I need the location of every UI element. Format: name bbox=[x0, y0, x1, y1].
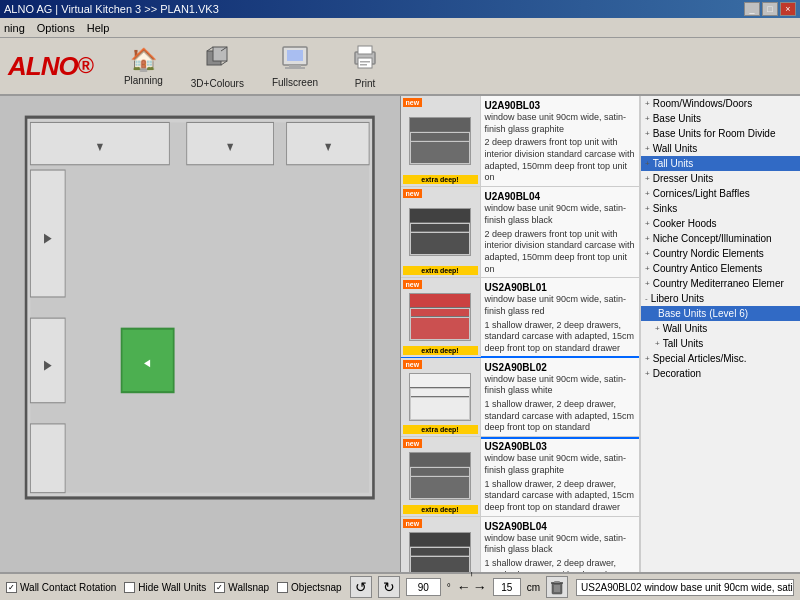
category-item[interactable]: + Country Mediterraneo Elemer bbox=[641, 276, 800, 291]
category-item[interactable]: + Country Antico Elements bbox=[641, 261, 800, 276]
wall-contact-rotation-checkbox[interactable]: ✓ bbox=[6, 582, 17, 593]
extra-deep-tag: extra deep! bbox=[403, 425, 478, 434]
category-expand-icon: + bbox=[645, 264, 650, 273]
category-item[interactable]: + Cornices/Light Baffles bbox=[641, 186, 800, 201]
category-item[interactable]: + Base Units bbox=[641, 111, 800, 126]
extra-deep-tag: extra deep! bbox=[403, 175, 478, 184]
3d-icon bbox=[203, 43, 231, 76]
delete-button[interactable] bbox=[546, 576, 568, 598]
category-item[interactable]: + Sinks bbox=[641, 201, 800, 216]
wallsnap-label: Wallsnap bbox=[228, 582, 269, 593]
category-tree[interactable]: + Room/Windows/Doors + Base Units + Base… bbox=[640, 96, 800, 572]
svg-line-2 bbox=[207, 47, 213, 51]
category-item[interactable]: + Dresser Units bbox=[641, 171, 800, 186]
logo-text: ALNO bbox=[8, 51, 78, 82]
category-item[interactable]: + Wall Units bbox=[641, 321, 800, 336]
wallsnap-checkbox[interactable]: ✓ bbox=[214, 582, 225, 593]
extra-deep-tag: extra deep! bbox=[403, 505, 478, 514]
fullscreen-button[interactable]: Fullscreen bbox=[266, 42, 324, 91]
category-label: Sinks bbox=[653, 203, 677, 214]
move-left-icon[interactable]: ← bbox=[457, 579, 471, 595]
product-desc: window base unit 90cm wide, satin-finish… bbox=[485, 533, 636, 556]
category-expand-icon: + bbox=[645, 99, 650, 108]
category-label: Niche Concept/Illumination bbox=[653, 233, 772, 244]
category-item[interactable]: + Room/Windows/Doors bbox=[641, 96, 800, 111]
category-label: Dresser Units bbox=[653, 173, 714, 184]
rotate-ccw-button[interactable]: ↺ bbox=[350, 576, 372, 598]
product-desc: window base unit 90cm wide, satin-finish… bbox=[485, 374, 636, 397]
product-item[interactable]: new extra deep! US2A90BL01 window base u… bbox=[401, 278, 640, 357]
objectsnap-checkbox[interactable] bbox=[277, 582, 288, 593]
category-item[interactable]: + Country Nordic Elements bbox=[641, 246, 800, 261]
category-item[interactable]: Base Units (Level 6) bbox=[641, 306, 800, 321]
product-panel-wrapper: new extra deep! U2A90BL03 window base un… bbox=[401, 96, 801, 572]
category-label: Libero Units bbox=[651, 293, 704, 304]
category-item[interactable]: + Cooker Hoods bbox=[641, 216, 800, 231]
objectsnap-check: Objectsnap bbox=[277, 582, 342, 593]
product-info: US2A90BL01 window base unit 90cm wide, s… bbox=[481, 278, 640, 356]
canvas-area[interactable]: ▼ ▼ ▼ ▶ ▶ ◀ bbox=[0, 96, 401, 572]
new-badge: new bbox=[403, 280, 423, 289]
category-item[interactable]: + Tall Units bbox=[641, 156, 800, 171]
move-down-icon[interactable]: ↓ bbox=[468, 595, 475, 600]
cabinet-drawing bbox=[409, 117, 471, 165]
product-image: new extra deep! bbox=[401, 437, 481, 515]
product-desc2: 2 deep drawers front top unit with inter… bbox=[485, 137, 636, 184]
category-item[interactable]: + Niche Concept/Illumination bbox=[641, 231, 800, 246]
product-code: US2A90BL02 bbox=[485, 362, 636, 373]
product-desc: window base unit 90cm wide, satin-finish… bbox=[485, 294, 636, 317]
extra-deep-tag: extra deep! bbox=[403, 266, 478, 275]
svg-rect-31 bbox=[554, 581, 560, 583]
category-item[interactable]: + Decoration bbox=[641, 366, 800, 381]
category-expand-icon: + bbox=[655, 339, 660, 348]
menu-help[interactable]: Help bbox=[87, 22, 110, 34]
category-item[interactable]: + Special Articles/Misc. bbox=[641, 351, 800, 366]
category-expand-icon: + bbox=[645, 174, 650, 183]
product-desc2: 1 shallow drawer, 2 deep drawer, standar… bbox=[485, 399, 636, 434]
category-item[interactable]: - Libero Units bbox=[641, 291, 800, 306]
svg-rect-13 bbox=[360, 64, 367, 66]
category-expand-icon: + bbox=[645, 234, 650, 243]
rotate-cw-button[interactable]: ↻ bbox=[378, 576, 400, 598]
cm-input[interactable] bbox=[493, 578, 521, 596]
product-item[interactable]: new extra deep! US2A90BL03 window base u… bbox=[401, 437, 640, 516]
category-item[interactable]: + Base Units for Room Divide bbox=[641, 126, 800, 141]
menu-options[interactable]: Options bbox=[37, 22, 75, 34]
menu-planning[interactable]: ning bbox=[4, 22, 25, 34]
product-list[interactable]: new extra deep! U2A90BL03 window base un… bbox=[401, 96, 641, 572]
category-expand-icon: + bbox=[645, 189, 650, 198]
category-item[interactable]: + Wall Units bbox=[641, 141, 800, 156]
degree-input[interactable] bbox=[406, 578, 441, 596]
move-right-icon[interactable]: → bbox=[473, 579, 487, 595]
fullscreen-label: Fullscreen bbox=[272, 77, 318, 88]
print-button[interactable]: Print bbox=[340, 41, 390, 92]
wall-contact-rotation-label: Wall Contact Rotation bbox=[20, 582, 116, 593]
close-button[interactable]: × bbox=[780, 2, 796, 16]
planning-icon: 🏠 bbox=[130, 47, 157, 73]
product-info: US2A90BL02 window base unit 90cm wide, s… bbox=[481, 358, 640, 436]
product-item[interactable]: new extra deep! US2A90BL02 window base u… bbox=[401, 358, 640, 437]
wall-contact-rotation-check: ✓ Wall Contact Rotation bbox=[6, 582, 116, 593]
3d-colours-button[interactable]: 3D+Colours bbox=[185, 40, 250, 92]
product-item[interactable]: new extra deep! U2A90BL04 window base un… bbox=[401, 187, 640, 278]
product-item[interactable]: new extra deep! U2A90BL03 window base un… bbox=[401, 96, 640, 187]
category-expand-icon: + bbox=[645, 114, 650, 123]
svg-text:▼: ▼ bbox=[95, 139, 105, 153]
objectsnap-label: Objectsnap bbox=[291, 582, 342, 593]
svg-text:▶: ▶ bbox=[44, 357, 53, 371]
toolbar: ALNO® 🏠 Planning 3D+Colours Fullscre bbox=[0, 38, 800, 96]
statusbar: ✓ Wall Contact Rotation Hide Wall Units … bbox=[0, 572, 800, 600]
svg-rect-7 bbox=[289, 65, 301, 67]
product-info: US2A90BL03 window base unit 90cm wide, s… bbox=[481, 437, 640, 515]
new-badge: new bbox=[403, 189, 423, 198]
product-desc: window base unit 90cm wide, satin-finish… bbox=[485, 453, 636, 476]
new-badge: new bbox=[403, 360, 423, 369]
hide-wall-units-checkbox[interactable] bbox=[124, 582, 135, 593]
product-image: new extra deep! bbox=[401, 96, 481, 186]
logo-symbol: ® bbox=[78, 53, 94, 79]
category-item[interactable]: + Tall Units bbox=[641, 336, 800, 351]
maximize-button[interactable]: □ bbox=[762, 2, 778, 16]
planning-button[interactable]: 🏠 Planning bbox=[118, 44, 169, 89]
category-expand-icon: - bbox=[645, 294, 648, 303]
minimize-button[interactable]: _ bbox=[744, 2, 760, 16]
